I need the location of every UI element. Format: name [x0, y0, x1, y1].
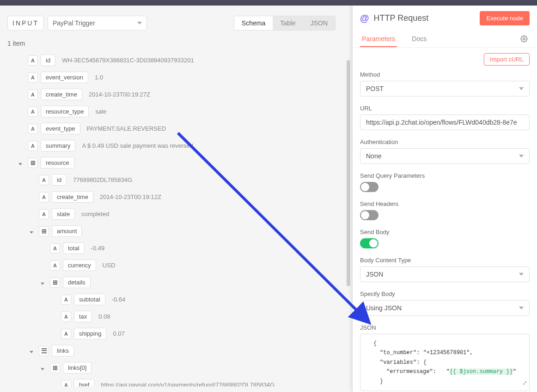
scrollbar[interactable]	[347, 60, 350, 286]
specify-body-select[interactable]: Using JSON	[360, 300, 530, 316]
execute-node-button[interactable]: Execute node	[480, 11, 530, 25]
auth-label: Authentication	[360, 139, 530, 145]
string-type-icon: A	[28, 55, 38, 66]
string-type-icon: A	[28, 72, 38, 83]
schema-row[interactable]: ⊞details	[7, 274, 345, 291]
method-label: Method	[360, 71, 530, 78]
schema-value: -0.49	[87, 245, 105, 252]
schema-value: 1.0	[91, 74, 103, 81]
schema-row[interactable]: Aevent_version1.0	[7, 69, 345, 86]
tab-schema[interactable]: Schema	[234, 16, 273, 30]
schema-row[interactable]: ⊞amount	[7, 223, 345, 240]
schema-row[interactable]: Atotal-0.49	[7, 240, 345, 257]
schema-key[interactable]: amount	[52, 225, 82, 237]
schema-key[interactable]: details	[63, 277, 91, 288]
schema-value: 2014-10-23T00:19:12Z	[96, 193, 161, 200]
schema-key[interactable]: create_time	[52, 191, 93, 203]
code-string: "+12345678901",	[423, 350, 473, 356]
schema-key[interactable]: id	[41, 54, 55, 66]
input-label: INPUT	[7, 16, 44, 30]
string-type-icon: A	[39, 209, 49, 219]
object-type-icon: ⊞	[50, 363, 60, 373]
json-code-editor[interactable]: { "to_number": "+12345678901", "variable…	[360, 334, 530, 391]
auth-value: None	[366, 152, 381, 160]
schema-key[interactable]: event_version	[41, 72, 88, 83]
schema-value: 2014-10-23T00:19:27Z	[85, 91, 150, 98]
schema-key[interactable]: event_type	[41, 123, 80, 134]
schema-key[interactable]: href	[74, 379, 94, 386]
schema-value: PAYMENT.SALE.REVERSED	[83, 125, 166, 132]
auth-select[interactable]: None	[360, 148, 530, 164]
string-type-icon: A	[28, 124, 38, 134]
main-container: INPUT PayPal Trigger Schema Table JSON 1…	[0, 6, 537, 392]
schema-row[interactable]: Ahrefhttps://api.paypal.com/v1/payments/…	[7, 376, 345, 386]
schema-row[interactable]: ⊞links[0]	[7, 359, 345, 376]
schema-key[interactable]: resource_type	[41, 106, 89, 117]
tab-json[interactable]: JSON	[303, 16, 335, 30]
schema-key[interactable]: create_time	[41, 89, 82, 100]
input-trigger-value: PayPal Trigger	[53, 19, 95, 27]
tree-chevron-icon[interactable]	[18, 159, 25, 167]
url-input[interactable]	[360, 115, 530, 130]
method-value: POST	[366, 85, 384, 92]
schema-row[interactable]: Aid77689802DL785834G	[7, 171, 345, 188]
tab-docs[interactable]: Docs	[410, 31, 428, 47]
schema-key[interactable]: tax	[74, 311, 92, 322]
schema-key[interactable]: resource	[41, 157, 74, 169]
gear-icon[interactable]	[519, 33, 530, 46]
tab-parameters[interactable]: Parameters	[360, 31, 397, 47]
input-trigger-select[interactable]: PayPal Trigger	[48, 16, 147, 30]
schema-row[interactable]: AcurrencyUSD	[7, 257, 345, 274]
schema-row[interactable]: ⊞resource	[7, 154, 345, 171]
send-headers-label: Send Headers	[360, 200, 530, 207]
tree-chevron-icon[interactable]	[41, 364, 47, 372]
window-top-bar	[0, 0, 537, 6]
schema-key[interactable]: total	[63, 242, 85, 254]
schema-tree[interactable]: AidWH-3EC545679X386831C-3D03894093793320…	[0, 52, 352, 386]
schema-row[interactable]: Acreate_time2014-10-23T00:19:27Z	[7, 86, 345, 103]
send-body-toggle[interactable]	[360, 238, 378, 248]
schema-row[interactable]: Ashipping0.07	[7, 325, 345, 342]
expand-editor-icon[interactable]: ⤢	[522, 379, 527, 389]
tab-table[interactable]: Table	[273, 16, 303, 30]
import-curl-button[interactable]: Import cURL	[484, 53, 530, 66]
schema-row[interactable]: Acreate_time2014-10-23T00:19:12Z	[7, 188, 345, 205]
panel-tabs: Parameters Docs	[353, 31, 537, 48]
input-header: INPUT PayPal Trigger Schema Table JSON	[0, 11, 352, 35]
schema-key[interactable]: summary	[41, 140, 75, 151]
schema-key[interactable]: links	[52, 345, 74, 356]
schema-value: 0.08	[95, 313, 110, 320]
schema-row[interactable]: Astatecompleted	[7, 205, 345, 223]
tree-chevron-icon[interactable]	[41, 279, 47, 286]
code-brace: }	[380, 378, 383, 385]
schema-row[interactable]: AidWH-3EC545679X386831C-3D03894093793320…	[7, 52, 345, 69]
schema-key[interactable]: subtotal	[74, 294, 105, 305]
string-type-icon: A	[39, 175, 49, 185]
schema-row[interactable]: Atax0.08	[7, 308, 345, 325]
send-headers-toggle[interactable]	[360, 210, 378, 220]
specify-body-label: Specify Body	[360, 290, 530, 297]
schema-key[interactable]: currency	[63, 259, 96, 271]
schema-row[interactable]: AsummaryA $ 0.49 USD sale payment was re…	[7, 137, 345, 154]
schema-key[interactable]: state	[52, 208, 75, 220]
string-type-icon: A	[28, 141, 38, 151]
schema-row[interactable]: ☰links	[7, 342, 345, 359]
panel-header: @ HTTP Request Execute node	[353, 6, 537, 31]
schema-row[interactable]: Aresource_typesale	[7, 103, 345, 120]
code-expression: {{ $json.summary }}	[450, 368, 513, 375]
schema-row[interactable]: Asubtotal-0.64	[7, 291, 345, 308]
panel-body[interactable]: Import cURL Method POST URL Authenticati…	[353, 48, 537, 392]
tree-chevron-icon[interactable]	[30, 347, 36, 355]
string-type-icon: A	[28, 107, 38, 117]
schema-value: 77689802DL785834G	[69, 176, 132, 183]
schema-key[interactable]: shipping	[74, 328, 106, 339]
send-query-toggle[interactable]	[360, 182, 378, 192]
string-type-icon: A	[61, 312, 71, 322]
tree-chevron-icon[interactable]	[30, 228, 36, 235]
schema-row[interactable]: Aevent_typePAYMENT.SALE.REVERSED	[7, 120, 345, 137]
method-select[interactable]: POST	[360, 81, 530, 96]
item-count: 1 item	[0, 35, 352, 52]
schema-key[interactable]: links[0]	[63, 362, 92, 374]
body-type-select[interactable]: JSON	[360, 266, 530, 282]
schema-key[interactable]: id	[52, 174, 67, 186]
